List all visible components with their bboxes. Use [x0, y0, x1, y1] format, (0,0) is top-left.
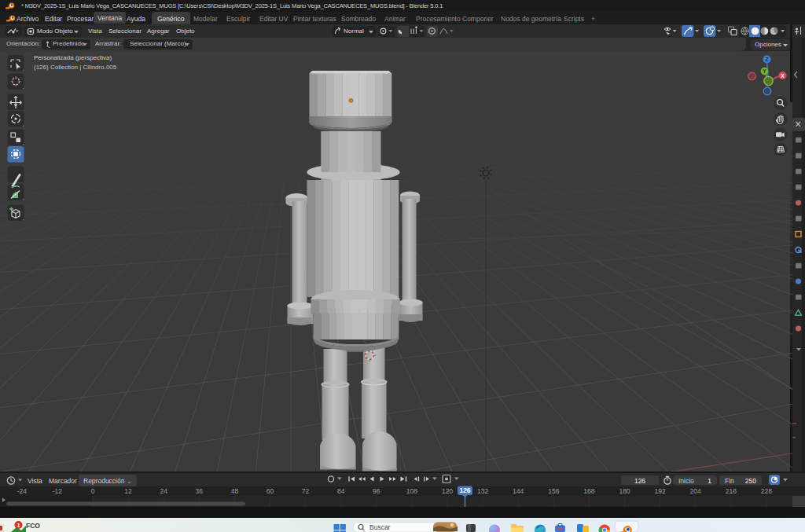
- svg-text:108: 108: [406, 487, 417, 495]
- svg-text:96: 96: [373, 487, 380, 495]
- svg-text:156: 156: [548, 487, 559, 495]
- svg-text:48: 48: [231, 487, 239, 495]
- svg-text:72: 72: [302, 487, 310, 495]
- svg-text:132: 132: [477, 487, 488, 495]
- svg-text:-24: -24: [17, 487, 28, 495]
- svg-text:228: 228: [761, 487, 772, 495]
- svg-text:1: 1: [17, 522, 20, 529]
- svg-text:-12: -12: [53, 487, 63, 495]
- svg-text:12: 12: [124, 487, 132, 495]
- svg-text:144: 144: [513, 487, 524, 495]
- svg-text:180: 180: [619, 487, 630, 495]
- svg-text:24: 24: [160, 487, 167, 495]
- svg-text:0: 0: [91, 487, 95, 495]
- svg-text:126: 126: [459, 486, 470, 494]
- svg-text:36: 36: [196, 487, 204, 495]
- svg-text:Y: Y: [763, 68, 766, 74]
- svg-text:192: 192: [655, 487, 666, 495]
- svg-text:Buscar: Buscar: [369, 523, 391, 531]
- svg-text:X: X: [781, 73, 785, 79]
- svg-text:84: 84: [337, 487, 345, 495]
- svg-text:120: 120: [442, 487, 453, 495]
- svg-text:216: 216: [726, 487, 737, 495]
- svg-text:204: 204: [690, 487, 701, 495]
- svg-text:Z: Z: [766, 57, 769, 62]
- svg-text:FCO: FCO: [26, 522, 40, 530]
- svg-text:60: 60: [266, 487, 274, 495]
- svg-text:168: 168: [583, 487, 594, 495]
